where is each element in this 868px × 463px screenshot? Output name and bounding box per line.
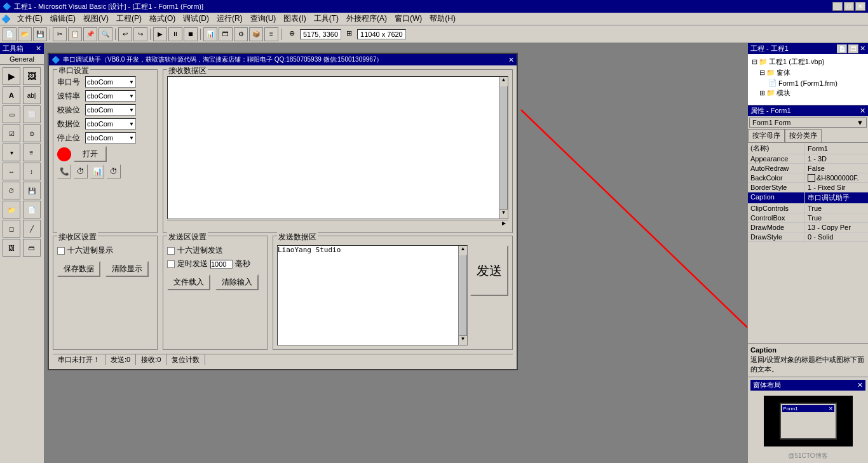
port-combo[interactable]: cboCom ▼: [85, 76, 136, 88]
toolbar-stop[interactable]: ⏹: [184, 27, 198, 41]
tool-hscroll[interactable]: ↔: [3, 163, 20, 180]
toolbar-form[interactable]: 🗔: [219, 27, 233, 41]
tool-image[interactable]: 🖼: [3, 239, 20, 257]
toolbar-find[interactable]: 🔍: [98, 27, 112, 41]
toolbar-menu[interactable]: ≡: [264, 27, 278, 41]
toolbar-open[interactable]: 📂: [18, 27, 32, 41]
tab-categorized[interactable]: 按分类序: [785, 129, 822, 142]
close-button[interactable]: ✕: [855, 2, 865, 11]
tool-line[interactable]: ╱: [23, 220, 41, 238]
send-scroll-thumb[interactable]: [459, 255, 467, 336]
prop-val-drawmode[interactable]: 13 - Copy Per: [805, 223, 868, 232]
tool-combobox[interactable]: ▾: [3, 144, 20, 161]
toolbar-cut[interactable]: ✂: [53, 27, 67, 41]
tool-label[interactable]: A: [3, 86, 20, 104]
menu-edit[interactable]: 编辑(E): [46, 12, 79, 25]
proj-close[interactable]: ✕: [860, 44, 865, 53]
send-hex-checkbox[interactable]: [167, 247, 175, 255]
menu-diagram[interactable]: 图表(I): [280, 12, 309, 25]
recv-scrollbar-h[interactable]: ▶: [167, 220, 508, 229]
proj-view-form[interactable]: 🗔: [848, 44, 858, 53]
clear-display-btn[interactable]: 清除显示: [105, 261, 149, 277]
tool-checkbox[interactable]: ☑: [3, 124, 20, 142]
send-textarea[interactable]: LiaoYang Studio: [278, 246, 458, 345]
tool-dirlistbox[interactable]: 📁: [3, 201, 20, 218]
toolbar-run[interactable]: ▶: [153, 27, 167, 41]
tool-drivelistbox[interactable]: 💾: [23, 182, 41, 199]
maximize-button[interactable]: □: [844, 2, 854, 11]
baud-combo[interactable]: cboCom ▼: [85, 90, 136, 102]
tool-timer[interactable]: ⏱: [3, 182, 20, 199]
scroll-right-btn[interactable]: ▶: [499, 220, 508, 229]
recv-scrollbar[interactable]: ▲ ▼: [499, 77, 508, 218]
menu-debug[interactable]: 调试(D): [179, 12, 213, 25]
props-dropdown[interactable]: Form1 Form ▼: [749, 117, 867, 128]
interval-input[interactable]: 1000: [210, 260, 233, 269]
prop-val-clipcontrols[interactable]: True: [805, 204, 868, 213]
toolbar-prop[interactable]: ⚙: [234, 27, 248, 41]
tree-form1[interactable]: 📄 Form1 (Form1.frm): [750, 78, 865, 88]
send-button[interactable]: 发送: [470, 245, 508, 296]
hex-display-checkbox[interactable]: [57, 247, 65, 255]
menu-query[interactable]: 查询(U): [247, 12, 280, 25]
prop-val-drawstyle[interactable]: 0 - Solid: [805, 232, 868, 241]
menu-help[interactable]: 帮助(H): [426, 12, 459, 25]
send-scroll-up[interactable]: ▲: [459, 246, 467, 255]
menu-window[interactable]: 窗口(W): [391, 12, 426, 25]
menu-tools[interactable]: 工具(T): [310, 12, 342, 25]
tree-forms[interactable]: ⊟ 📁 窗体: [750, 67, 865, 78]
tool-picture[interactable]: 🖼: [23, 67, 41, 85]
tool-frame[interactable]: ▭: [3, 105, 20, 123]
scroll-thumb[interactable]: [499, 86, 508, 210]
databits-combo[interactable]: cboCom ▼: [85, 118, 136, 130]
timed-send-checkbox[interactable]: [167, 260, 175, 268]
scroll-up-btn[interactable]: ▲: [499, 77, 508, 86]
icon3[interactable]: 📊: [90, 164, 104, 178]
tool-vscroll[interactable]: ↕: [23, 163, 41, 180]
scroll-down-btn[interactable]: ▼: [499, 210, 508, 218]
toolbar-new[interactable]: 📄: [3, 27, 17, 41]
parity-combo[interactable]: cboCom ▼: [85, 104, 136, 116]
icon1[interactable]: 📞: [57, 164, 71, 178]
tool-shape[interactable]: ◻: [3, 220, 20, 238]
menu-addins[interactable]: 外接程序(A): [342, 12, 391, 25]
prop-val-autoredraw[interactable]: False: [805, 164, 868, 173]
form-close-btn[interactable]: ✕: [508, 56, 514, 64]
toolbar-obj[interactable]: 📦: [249, 27, 263, 41]
tool-filelistbox[interactable]: 📄: [23, 201, 41, 218]
prop-val-borderstyle[interactable]: 1 - Fixed Sir: [805, 183, 868, 192]
tool-listbox[interactable]: ≡: [23, 144, 41, 161]
menu-format[interactable]: 格式(O): [146, 12, 179, 25]
tree-modules[interactable]: ⊞ 📁 模块: [750, 88, 865, 98]
send-scroll-down[interactable]: ▼: [459, 336, 467, 345]
design-area[interactable]: 🔷 串口调试助手（VB6.0 开发，获取该软件源代码，淘宝搜索店铺：聊阳电子 Q…: [44, 43, 747, 463]
props-close[interactable]: ✕: [860, 107, 865, 115]
tool-optionbtn[interactable]: ⊙: [23, 124, 41, 142]
icon2[interactable]: ⏱: [74, 164, 88, 178]
prop-val-name[interactable]: Form1: [805, 143, 868, 154]
icon4[interactable]: ⏱: [107, 164, 121, 178]
proj-view-code[interactable]: 📄: [837, 44, 847, 53]
toolbar-copy[interactable]: 📋: [68, 27, 82, 41]
menu-file[interactable]: 文件(E): [13, 12, 46, 25]
stopbits-combo[interactable]: cboCom ▼: [85, 132, 136, 144]
tool-pointer[interactable]: ▶: [3, 67, 20, 85]
open-button[interactable]: 打开: [74, 146, 107, 162]
save-data-btn[interactable]: 保存数据: [57, 261, 100, 277]
menu-project[interactable]: 工程(P): [112, 12, 146, 25]
prop-val-caption[interactable]: 串口调试助手: [805, 192, 868, 203]
menu-run[interactable]: 运行(R): [213, 12, 247, 25]
prop-val-controlbox[interactable]: True: [805, 213, 868, 222]
minimize-button[interactable]: _: [832, 2, 843, 11]
toolbox-close[interactable]: ✕: [36, 44, 41, 53]
form-window[interactable]: 🔷 串口调试助手（VB6.0 开发，获取该软件源代码，淘宝搜索店铺：聊阳电子 Q…: [48, 53, 518, 370]
toolbar-pause[interactable]: ⏸: [168, 27, 182, 41]
tab-alphabetic[interactable]: 按字母序: [748, 129, 785, 142]
tree-project[interactable]: ⊟ 📁 工程1 (工程1.vbp): [750, 57, 865, 67]
toolbar-redo[interactable]: ↪: [133, 27, 147, 41]
toolbar-save[interactable]: 💾: [33, 27, 47, 41]
load-file-btn[interactable]: 文件载入: [167, 274, 210, 290]
prop-val-appearance[interactable]: 1 - 3D: [805, 154, 868, 163]
menu-view[interactable]: 视图(V): [79, 12, 112, 25]
toolbar-paste[interactable]: 📌: [83, 27, 97, 41]
